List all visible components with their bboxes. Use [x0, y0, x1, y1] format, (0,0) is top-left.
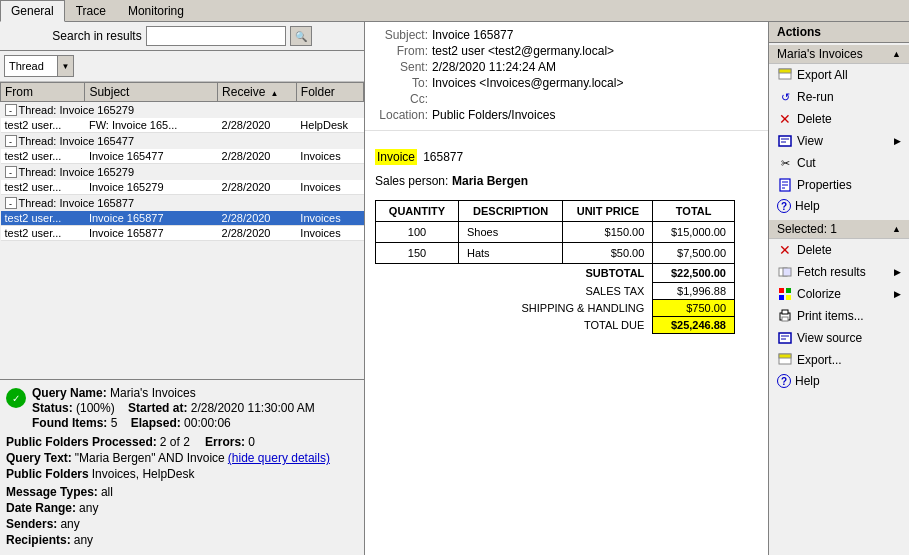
svg-rect-18	[779, 333, 791, 343]
cell-receive: 2/28/2020	[218, 149, 297, 164]
svg-rect-14	[786, 295, 791, 300]
query-name-label: Query Name:	[32, 386, 107, 400]
to-label: To:	[373, 76, 428, 90]
fetch-results-item[interactable]: Fetch results ▶	[769, 261, 909, 283]
cell-receive: 2/28/2020	[218, 211, 297, 226]
properties-item[interactable]: Properties	[769, 174, 909, 196]
cell-subject: FW: Invoice 165...	[85, 118, 218, 133]
cell-subject: Invoice 165877	[85, 211, 218, 226]
selected-section-header[interactable]: Selected: 1 ▲	[769, 220, 909, 239]
cell-receive: 2/28/2020	[218, 180, 297, 195]
cell-folder: Invoices	[296, 211, 363, 226]
cell-folder: Invoices	[296, 226, 363, 241]
view-item[interactable]: View ▶	[769, 130, 909, 152]
help-icon: ?	[777, 199, 791, 213]
rerun-item[interactable]: ↺ Re-run	[769, 86, 909, 108]
collapse-global-icon[interactable]: ▲	[892, 49, 901, 59]
search-button[interactable]: 🔍	[290, 26, 312, 46]
table-row[interactable]: test2 user...FW: Invoice 165...2/28/2020…	[1, 118, 364, 133]
cut-label: Cut	[797, 156, 816, 170]
thread-header-row[interactable]: -Thread: Invoice 165877	[1, 195, 364, 212]
global-section-header[interactable]: Maria's Invoices ▲	[769, 45, 909, 64]
help2-icon: ?	[777, 374, 791, 388]
col-subject[interactable]: Subject	[85, 83, 218, 102]
cell-from: test2 user...	[1, 211, 85, 226]
status-value: (100%)	[76, 401, 115, 415]
found-label: Found Items:	[32, 416, 107, 430]
subtotal-row: SUBTOTAL $22,500.00	[376, 264, 735, 283]
cut-icon: ✂	[777, 155, 793, 171]
date-range-value: any	[79, 501, 98, 515]
shipping-row: SHIPPING & HANDLING $750.00	[376, 300, 735, 317]
location-label: Location:	[373, 108, 428, 122]
print-items-item[interactable]: Print items...	[769, 305, 909, 327]
msg-types-label: Message Types:	[6, 485, 98, 499]
senders-label: Senders:	[6, 517, 57, 531]
view-icon	[777, 133, 793, 149]
view-source-item[interactable]: View source	[769, 327, 909, 349]
col-folder[interactable]: Folder	[296, 83, 363, 102]
invoice-number: 165877	[423, 150, 463, 164]
table-row[interactable]: test2 user...Invoice 1658772/28/2020Invo…	[1, 226, 364, 241]
tab-trace[interactable]: Trace	[65, 0, 117, 21]
cut-item[interactable]: ✂ Cut	[769, 152, 909, 174]
cell-folder: Invoices	[296, 149, 363, 164]
total-due-row: TOTAL DUE $25,246.88	[376, 317, 735, 334]
colorize-item[interactable]: Colorize ▶	[769, 283, 909, 305]
tab-general[interactable]: General	[0, 0, 65, 22]
help-item[interactable]: ? Help	[769, 196, 909, 216]
pf-value: 2 of 2	[160, 435, 190, 449]
cell-subject: Invoice 165279	[85, 180, 218, 195]
cell-subject: Invoice 165877	[85, 226, 218, 241]
thread-collapse-icon: -	[5, 135, 17, 147]
table-row[interactable]: test2 user...Invoice 1658772/28/2020Invo…	[1, 211, 364, 226]
export2-icon	[777, 352, 793, 368]
collapse-selected-icon[interactable]: ▲	[892, 224, 901, 234]
email-panel: Subject: Invoice 165877 From: test2 user…	[365, 22, 769, 555]
invoice-col-qty: QUANTITY	[376, 201, 459, 222]
selected-help-item[interactable]: ? Help	[769, 371, 909, 391]
delete-label: Delete	[797, 112, 832, 126]
table-row[interactable]: test2 user...Invoice 1652792/28/2020Invo…	[1, 180, 364, 195]
selected-section-label: Selected: 1	[777, 222, 837, 236]
thread-dropdown[interactable]: Thread ▼	[4, 55, 74, 77]
thread-header-row[interactable]: -Thread: Invoice 165477	[1, 133, 364, 150]
invoice-title: Invoice 165877	[375, 141, 758, 167]
search-input[interactable]	[146, 26, 286, 46]
svg-rect-16	[782, 310, 788, 314]
email-body[interactable]: Invoice 165877 Sales person: Maria Berge…	[365, 131, 768, 555]
errors-value: 0	[248, 435, 255, 449]
delete-item[interactable]: ✕ Delete	[769, 108, 909, 130]
invoice-row-2: 150 Hats $50.00 $7,500.00	[376, 243, 735, 264]
svg-rect-13	[779, 295, 784, 300]
export-all-item[interactable]: Export All	[769, 64, 909, 86]
salesperson-name: Maria Bergen	[452, 174, 528, 188]
col-receive[interactable]: Receive ▲	[218, 83, 297, 102]
view-label: View	[797, 134, 823, 148]
svg-rect-12	[786, 288, 791, 293]
pf-label: Public Folders Processed:	[6, 435, 157, 449]
sent-value: 2/28/2020 11:24:24 AM	[432, 60, 556, 74]
export-item[interactable]: Export...	[769, 349, 909, 371]
selected-delete-item[interactable]: ✕ Delete	[769, 239, 909, 261]
invoice-col-desc: DESCRIPTION	[458, 201, 562, 222]
thread-header-row[interactable]: -Thread: Invoice 165279	[1, 164, 364, 181]
cell-from: test2 user...	[1, 180, 85, 195]
tab-bar: General Trace Monitoring	[0, 0, 909, 22]
properties-label: Properties	[797, 178, 852, 192]
hide-query-link[interactable]: (hide query details)	[228, 451, 330, 465]
results-table[interactable]: From Subject Receive ▲ Folder	[0, 82, 364, 379]
thread-collapse-icon: -	[5, 166, 17, 178]
elapsed-label: Elapsed:	[131, 416, 181, 430]
table-row[interactable]: test2 user...Invoice 1654772/28/2020Invo…	[1, 149, 364, 164]
col-from[interactable]: From	[1, 83, 85, 102]
tab-monitoring[interactable]: Monitoring	[117, 0, 195, 21]
thread-header-row[interactable]: -Thread: Invoice 165279	[1, 102, 364, 119]
selected-delete-label: Delete	[797, 243, 832, 257]
svg-rect-11	[779, 288, 784, 293]
date-range-label: Date Range:	[6, 501, 76, 515]
recipients-value: any	[74, 533, 93, 547]
rerun-label: Re-run	[797, 90, 834, 104]
from-label: From:	[373, 44, 428, 58]
pf-list-label: Public Folders	[6, 467, 89, 481]
